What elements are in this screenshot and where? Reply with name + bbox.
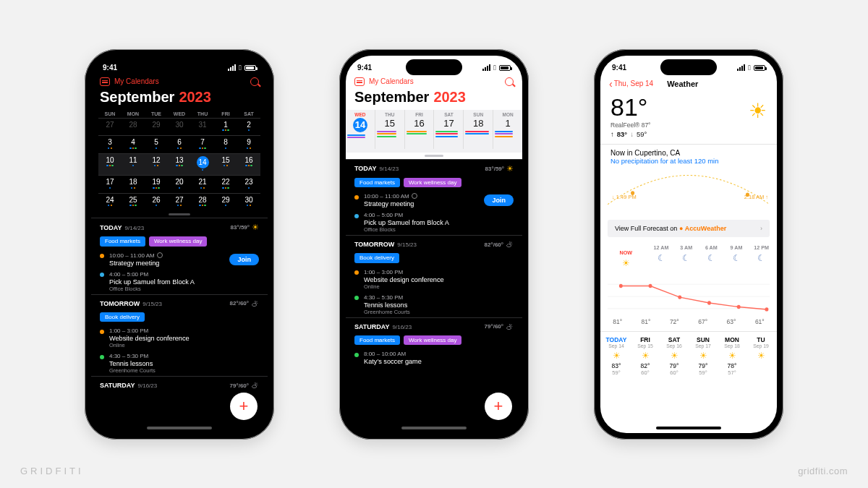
event-row[interactable]: 10:00 – 11:00 AM Strategy meeting Join [346, 191, 522, 210]
calendar-day[interactable]: 30 [237, 194, 260, 211]
calendar-day[interactable]: 9 [237, 136, 260, 153]
calendar-day[interactable]: 24 [98, 194, 122, 211]
calendar-day[interactable]: 28 [191, 194, 214, 211]
calendar-day[interactable]: 3 [98, 136, 122, 153]
home-indicator[interactable] [656, 427, 721, 429]
event-row[interactable]: 1:00 – 3:00 PM Website design conference… [346, 267, 522, 292]
join-button[interactable]: Join [484, 194, 514, 206]
hourly-col[interactable]: 3 AM☾ [673, 244, 699, 273]
sun-icon: ☀︎ [749, 99, 767, 138]
calendar-day[interactable]: 18 [122, 176, 145, 193]
day-header: TODAY9/14/23 83°/59°☀︎ [91, 218, 268, 235]
daily-col[interactable]: TODAYSep 14☀︎ 83°59° [602, 336, 631, 376]
calendar-day[interactable]: 27 [168, 194, 191, 211]
event-row[interactable]: 1:00 – 3:00 PM Website design conference… [91, 325, 268, 351]
back-label: My Calendars [369, 77, 414, 85]
hourly-col[interactable]: 12 PM☾ [749, 244, 774, 273]
back-button[interactable]: My Calendars [100, 77, 159, 86]
search-icon[interactable] [250, 77, 259, 86]
hourly-col[interactable]: 6 AM☾ [699, 244, 724, 273]
month-grid[interactable]: SUNMONTUEWEDTHUFRISAT2728293031123456789… [91, 110, 268, 211]
event-tag[interactable]: Work wellness day [149, 236, 208, 247]
event-tag[interactable]: Book delivery [100, 312, 145, 322]
daily-col[interactable]: SUNSep 17☀︎ 79°59° [689, 336, 718, 376]
calendar-day[interactable]: 30 [168, 119, 191, 136]
calendar-day[interactable]: 12 [145, 154, 168, 176]
week-day[interactable]: SUN18 [464, 110, 493, 149]
week-day[interactable]: SAT17 [434, 110, 464, 149]
home-indicator[interactable] [401, 427, 467, 429]
calendar-day[interactable]: 20 [168, 176, 191, 193]
calendar-day[interactable]: 7 [191, 136, 214, 153]
calendar-day[interactable]: 22 [214, 176, 237, 193]
calendar-day[interactable]: 2 [237, 119, 260, 136]
daily-col[interactable]: FRISep 15☀︎ 82°60° [631, 336, 660, 376]
event-row[interactable]: 4:30 – 5:30 PM Tennis lessonsGreenhome C… [91, 351, 268, 376]
back-date[interactable]: Thu, Sep 14 [614, 80, 653, 87]
month-title[interactable]: September 2023 [91, 89, 268, 110]
event-row[interactable]: 4:00 – 5:00 PM Pick up Samuel from Block… [346, 210, 522, 235]
month-title[interactable]: September 2023 [346, 89, 522, 110]
join-button[interactable]: Join [229, 254, 259, 265]
calendar-day[interactable]: 10 [98, 154, 122, 176]
add-event-button[interactable]: + [485, 393, 512, 420]
hourly-col[interactable]: 12 AM☾ [649, 244, 674, 273]
daily-col[interactable]: MONSep 18☀︎ 78°57° [718, 336, 746, 376]
search-icon[interactable] [505, 77, 514, 86]
calendar-day[interactable]: 31 [191, 119, 214, 136]
hourly-col[interactable]: 9 AM☾ [724, 244, 749, 273]
week-day[interactable]: MON1 [493, 110, 522, 149]
event-tag[interactable]: Work wellness day [404, 335, 462, 346]
calendar-day[interactable]: 19 [145, 176, 168, 193]
now-location: Now in Cupertino, CA [610, 149, 767, 157]
week-day[interactable]: FRI16 [405, 110, 435, 149]
calendar-day[interactable]: 16 [237, 154, 260, 176]
calendar-day[interactable]: 8 [214, 136, 237, 153]
calendar-day[interactable]: 17 [98, 176, 122, 193]
calendar-day[interactable]: 26 [145, 194, 168, 211]
calendar-day[interactable]: 23 [237, 176, 260, 193]
drag-handle[interactable] [169, 213, 190, 215]
calendar-day[interactable]: 1 [214, 119, 237, 136]
event-row[interactable]: 4:30 – 5:30 PM Tennis lessonsGreenhome C… [346, 292, 522, 317]
calendar-day[interactable]: 6 [168, 136, 191, 153]
calendar-day[interactable]: 5 [145, 136, 168, 153]
wifi-icon: 􀙇 [493, 64, 496, 72]
calendar-day[interactable]: 14 [191, 154, 214, 176]
daily-forecast[interactable]: TODAYSep 14☀︎ 83°59° FRISep 15☀︎ 82°60° … [600, 331, 777, 376]
back-button[interactable]: My Calendars [354, 77, 414, 86]
precip-text[interactable]: No precipitation for at least 120 min [610, 157, 767, 165]
calendar-day[interactable]: 28 [122, 119, 145, 136]
wifi-icon: 􀙇 [748, 64, 751, 72]
event-tag[interactable]: Food markets [354, 178, 400, 188]
add-event-button[interactable]: + [230, 393, 258, 420]
event-tag[interactable]: Book delivery [354, 253, 399, 263]
week-strip[interactable]: WED14 THU15 FRI16 SAT17 SUN18 MON1 [346, 110, 522, 153]
calendar-day[interactable]: 25 [122, 194, 145, 211]
calendar-day[interactable]: 11 [122, 154, 145, 176]
drag-handle[interactable] [425, 155, 443, 157]
calendar-day[interactable]: 21 [191, 176, 214, 193]
hourly-forecast[interactable]: NOW☀︎ 12 AM☾ 3 AM☾ 6 AM☾ 9 AM☾ 12 PM☾ [600, 237, 777, 276]
event-row[interactable]: 8:00 – 10:00 AM Katy's soccer game [346, 348, 522, 367]
event-tag[interactable]: Work wellness day [404, 178, 462, 188]
event-row[interactable]: 10:00 – 11:00 AM Strategy meeting Join [91, 250, 268, 269]
calendar-day[interactable]: 4 [122, 136, 145, 153]
week-day[interactable]: WED14 [346, 110, 375, 149]
event-row[interactable]: 4:00 – 5:00 PM Pick up Samuel from Block… [91, 269, 268, 294]
calendar-day[interactable]: 29 [145, 119, 168, 136]
daily-col[interactable]: TUSep 19☀︎ [746, 336, 775, 376]
event-dot [354, 214, 359, 218]
daily-col[interactable]: SATSep 16☀︎ 79°60° [660, 336, 689, 376]
calendar-day[interactable]: 15 [214, 154, 237, 176]
chevron-left-icon[interactable]: ‹ [609, 78, 613, 90]
hourly-col[interactable]: NOW☀︎ [603, 244, 649, 273]
calendar-day[interactable]: 29 [214, 194, 237, 211]
week-day[interactable]: THU15 [375, 110, 405, 149]
calendar-day[interactable]: 27 [98, 119, 122, 136]
calendar-day[interactable]: 13 [168, 154, 191, 176]
event-tag[interactable]: Food markets [354, 335, 400, 346]
event-tag[interactable]: Food markets [100, 236, 145, 247]
full-forecast-link[interactable]: View Full Forecast on ● AccuWeather › [608, 220, 770, 237]
home-indicator[interactable] [147, 427, 212, 429]
